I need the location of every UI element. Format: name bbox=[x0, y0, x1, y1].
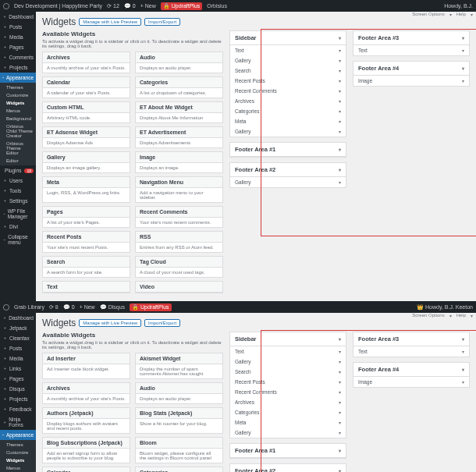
wp-logo-icon[interactable] bbox=[3, 2, 9, 9]
updates-icon[interactable]: ⟳ 8 bbox=[49, 304, 59, 311]
menu-item[interactable]: Divi bbox=[0, 222, 36, 232]
available-widget[interactable]: Video bbox=[135, 281, 223, 293]
available-widget[interactable]: Tag CloudA cloud of your most used tags. bbox=[135, 256, 223, 278]
menu-appearance[interactable]: Appearance bbox=[0, 430, 36, 440]
available-widget[interactable]: Blog Subscriptions (Jetpack)Add an email… bbox=[42, 437, 130, 463]
menu-item[interactable]: Pages bbox=[0, 42, 36, 52]
widget-item[interactable]: Search▾ bbox=[230, 367, 346, 377]
widget-area-header[interactable]: Sidebar▾ bbox=[230, 31, 346, 45]
available-widget[interactable]: Text bbox=[42, 281, 130, 293]
submenu-item[interactable]: Orbisius Theme Editor bbox=[0, 140, 36, 157]
available-widget[interactable]: PagesA list of your site's Pages. bbox=[42, 206, 130, 228]
available-widget[interactable]: Recent PostsYour site's most recent Post… bbox=[42, 231, 130, 253]
available-widget[interactable]: ArchivesA monthly archive of your site's… bbox=[42, 51, 130, 73]
available-widget[interactable]: BloomBloom widget, please configure all … bbox=[135, 437, 223, 463]
menu-item[interactable]: Comments bbox=[0, 52, 36, 62]
widget-item[interactable]: Text▾ bbox=[230, 45, 346, 55]
available-widget[interactable]: AudioDisplays an audio player. bbox=[135, 382, 223, 404]
submenu-item[interactable]: Orbisius Child Theme Creator bbox=[0, 122, 36, 140]
menu-item[interactable]: Plugins18 bbox=[0, 165, 36, 176]
widget-item[interactable]: Gallery▾ bbox=[230, 55, 346, 66]
screen-options-tab[interactable]: Screen Options bbox=[412, 12, 444, 17]
available-widget[interactable]: GalleryDisplays an image gallery. bbox=[42, 151, 130, 173]
menu-item[interactable]: Collapse menu bbox=[0, 232, 36, 247]
available-widget[interactable]: Custom HTMLArbitrary HTML code. bbox=[42, 101, 130, 123]
widget-item[interactable]: Gallery▾ bbox=[230, 177, 346, 187]
menu-item[interactable]: Users bbox=[0, 176, 36, 186]
manage-live-preview-button[interactable]: Manage with Live Preview bbox=[79, 319, 141, 327]
submenu-item[interactable]: Menus bbox=[0, 107, 36, 115]
widget-item[interactable]: Meta▾ bbox=[230, 116, 346, 126]
disqus-link[interactable]: 💬 Disqus bbox=[100, 304, 125, 311]
submenu-item[interactable]: Editor bbox=[0, 157, 36, 165]
screen-options-tab[interactable]: Screen Options bbox=[412, 313, 444, 318]
available-widget[interactable]: Recent CommentsYour site's most recent c… bbox=[135, 206, 223, 228]
widget-item[interactable]: Recent Posts▾ bbox=[230, 377, 346, 387]
available-widget[interactable]: ET Adsense WidgetDisplays Adsense Ads bbox=[42, 126, 130, 148]
menu-item[interactable]: Jetpack bbox=[0, 323, 36, 333]
available-widget[interactable]: CalendarA calendar of your site's Posts. bbox=[42, 76, 130, 98]
import-export-button[interactable]: Import/Export bbox=[144, 18, 180, 26]
widget-area-header[interactable]: Footer Area #2▾ bbox=[230, 464, 346, 472]
widget-item[interactable]: Categories▾ bbox=[230, 407, 346, 417]
howdy-account[interactable]: Howdy, B.J. bbox=[444, 3, 473, 9]
help-tab[interactable]: Help bbox=[456, 313, 466, 318]
submenu-item[interactable]: Background bbox=[0, 115, 36, 122]
widget-item[interactable]: Archives▾ bbox=[230, 96, 346, 106]
comments-icon[interactable]: 💬 0 bbox=[124, 3, 136, 9]
available-widget[interactable]: RSSEntries from any RSS or Atom feed. bbox=[135, 231, 223, 253]
widget-item[interactable]: Text▾ bbox=[353, 346, 469, 357]
menu-item[interactable]: Dashboard bbox=[0, 313, 36, 323]
widget-area-header[interactable]: Sidebar▾ bbox=[230, 332, 346, 346]
menu-item[interactable]: Links bbox=[0, 364, 36, 374]
new-content-link[interactable]: + New bbox=[80, 304, 95, 310]
submenu-item[interactable]: Customize bbox=[0, 449, 36, 456]
widget-item[interactable]: Gallery▾ bbox=[230, 428, 346, 438]
widget-item[interactable]: Gallery▾ bbox=[230, 126, 346, 137]
available-widget[interactable]: CategoriesA list or dropdown of categori… bbox=[135, 467, 223, 472]
menu-item[interactable]: Media bbox=[0, 353, 36, 364]
available-widget[interactable]: ArchivesA monthly archive of your site's… bbox=[42, 382, 130, 404]
widget-item[interactable]: Image▾ bbox=[353, 76, 469, 86]
available-widget[interactable]: Authors (Jetpack)Display blogs authors w… bbox=[42, 407, 130, 434]
submenu-item[interactable]: Widgets bbox=[0, 99, 36, 107]
submenu-item[interactable]: Menus bbox=[0, 464, 36, 472]
updates-icon[interactable]: ⟳ 12 bbox=[107, 3, 119, 9]
updraftplus-link[interactable]: 🔒 UpdraftPlus bbox=[130, 303, 172, 311]
comments-icon[interactable]: 💬 0 bbox=[63, 304, 75, 311]
menu-item[interactable]: Posts bbox=[0, 22, 36, 32]
widget-item[interactable]: Recent Comments▾ bbox=[230, 86, 346, 96]
import-export-button[interactable]: Import/Export bbox=[144, 319, 180, 327]
menu-item[interactable]: Feedback bbox=[0, 404, 36, 414]
menu-item[interactable]: Projects bbox=[0, 62, 36, 73]
menu-item[interactable]: Media bbox=[0, 32, 36, 42]
available-widget[interactable]: ImageDisplays an image. bbox=[135, 151, 223, 173]
orbisius-link[interactable]: Orbisius bbox=[207, 3, 227, 9]
widget-item[interactable]: Recent Posts▾ bbox=[230, 76, 346, 86]
menu-appearance[interactable]: Appearance bbox=[0, 73, 36, 83]
menu-item[interactable]: Posts bbox=[0, 343, 36, 353]
widget-area-header[interactable]: Footer Area #3▾ bbox=[353, 332, 469, 346]
available-widget[interactable]: MetaLogin, RSS, & WordPress.org links. bbox=[42, 176, 130, 203]
widget-item[interactable]: Recent Comments▾ bbox=[230, 387, 346, 397]
updraftplus-link[interactable]: 🔒 UpdraftPlus bbox=[161, 2, 203, 10]
submenu-item[interactable]: Customize bbox=[0, 91, 36, 99]
available-widget[interactable]: AudioDisplays an audio player. bbox=[135, 51, 223, 73]
available-widget[interactable]: Ad InserterAd Inserter code block widget… bbox=[42, 353, 130, 379]
help-tab[interactable]: Help bbox=[456, 12, 466, 17]
widget-item[interactable]: Archives▾ bbox=[230, 397, 346, 407]
new-content-link[interactable]: + New bbox=[140, 3, 156, 9]
widget-area-header[interactable]: Footer Area #1▾ bbox=[230, 143, 346, 157]
grab-library-link[interactable]: Grab Library bbox=[14, 304, 44, 310]
available-widget[interactable]: Navigation MenuAdd a navigation menu to … bbox=[135, 176, 223, 203]
menu-item[interactable]: Ninja Forms bbox=[0, 414, 36, 430]
submenu-item[interactable]: Themes bbox=[0, 441, 36, 449]
widget-item[interactable]: Image▾ bbox=[353, 377, 469, 387]
menu-item[interactable]: Pages bbox=[0, 374, 36, 384]
widget-area-header[interactable]: Footer Area #2▾ bbox=[230, 163, 346, 177]
menu-item[interactable]: Tools bbox=[0, 186, 36, 196]
widget-item[interactable]: Gallery▾ bbox=[230, 357, 346, 367]
widget-area-header[interactable]: Footer Area #1▾ bbox=[230, 444, 346, 458]
widget-item[interactable]: Text▾ bbox=[353, 45, 469, 55]
widget-item[interactable]: Meta▾ bbox=[230, 417, 346, 428]
